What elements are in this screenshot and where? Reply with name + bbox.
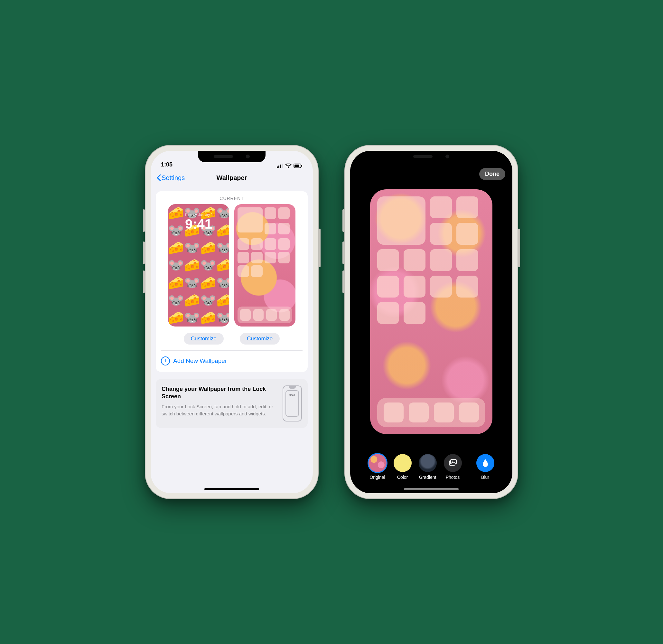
mini-home-layout: [237, 207, 292, 323]
tool-color[interactable]: Color: [394, 454, 412, 480]
hint-title: Change your Wallpaper from the Lock Scre…: [162, 385, 277, 401]
chevron-left-icon: [156, 174, 161, 181]
done-button[interactable]: Done: [479, 168, 505, 180]
nav-bar: Settings Wallpaper: [151, 169, 313, 186]
customize-row: Customize Customize: [156, 332, 308, 350]
tool-photos-label: Photos: [446, 475, 460, 480]
svg-rect-7: [301, 165, 302, 167]
svg-point-10: [452, 461, 453, 462]
svg-rect-2: [280, 164, 281, 168]
phone-customize: Done: [344, 145, 518, 499]
tool-photos[interactable]: Photos: [444, 454, 462, 480]
hint-mini-time: 9:41: [285, 390, 299, 417]
page-title: Wallpaper: [216, 174, 247, 182]
current-card: CURRENT 🧀🐭🧀🐭 🐭🧀🐭🧀 🧀🐭🧀🐭 🐭🧀🐭🧀 🧀🐭🧀🐭 🐭🧀🐭🧀: [156, 191, 308, 372]
back-label: Settings: [162, 174, 185, 182]
tool-original[interactable]: Original: [368, 454, 387, 480]
lock-overlay: Tuesday, January 9 9:41: [168, 204, 229, 327]
content-scroll[interactable]: CURRENT 🧀🐭🧀🐭 🐭🧀🐭🧀 🧀🐭🧀🐭 🐭🧀🐭🧀 🧀🐭🧀🐭 🐭🧀🐭🧀: [151, 186, 313, 428]
svg-rect-0: [277, 166, 278, 168]
lock-screen-preview[interactable]: 🧀🐭🧀🐭 🐭🧀🐭🧀 🧀🐭🧀🐭 🐭🧀🐭🧀 🧀🐭🧀🐭 🐭🧀🐭🧀 🧀🐭🧀🐭: [168, 204, 229, 327]
status-time: 1:05: [161, 161, 173, 168]
status-icons: [277, 163, 302, 168]
notch: [397, 151, 465, 162]
lock-time: 9:41: [185, 217, 212, 231]
toolbar-divider: [469, 454, 469, 472]
customize-toolbar: Original Color Gradient Photos: [350, 454, 512, 480]
home-layout: [377, 196, 485, 427]
wifi-icon: [285, 163, 292, 168]
dock: [377, 398, 485, 427]
widget-placeholder: [377, 196, 426, 245]
gradient-swatch-icon: [419, 454, 437, 472]
notch: [198, 151, 266, 162]
screen-customize: Done: [350, 151, 512, 493]
lockscreen-hint-card: Change your Wallpaper from the Lock Scre…: [156, 379, 308, 428]
battery-icon: [294, 163, 302, 168]
screen-settings: 1:05 Settings Wallpaper CURRENT: [151, 151, 313, 493]
svg-rect-1: [278, 165, 279, 168]
app-icon-placeholder: [430, 196, 452, 218]
wallpaper-previews: 🧀🐭🧀🐭 🐭🧀🐭🧀 🧀🐭🧀🐭 🐭🧀🐭🧀 🧀🐭🧀🐭 🐭🧀🐭🧀 🧀🐭🧀🐭: [156, 204, 308, 332]
current-header: CURRENT: [156, 191, 308, 204]
blur-icon: [476, 454, 494, 472]
home-indicator[interactable]: [204, 488, 259, 490]
hint-phone-icon: 9:41: [282, 385, 302, 422]
tool-blur[interactable]: Blur: [476, 454, 494, 480]
svg-point-4: [288, 166, 289, 168]
app-icon-placeholder: [430, 223, 452, 245]
dock-icon-placeholder: [409, 402, 429, 422]
plus-circle-icon: +: [161, 356, 170, 365]
tool-color-label: Color: [397, 475, 408, 480]
home-screen-preview[interactable]: [234, 204, 295, 327]
svg-rect-3: [282, 163, 282, 168]
original-swatch-icon: [368, 454, 387, 472]
add-wallpaper-button[interactable]: + Add New Wallpaper: [156, 351, 308, 372]
dock-icon-placeholder: [434, 402, 454, 422]
hint-body: From your Lock Screen, tap and hold to a…: [162, 403, 277, 417]
photos-icon: [444, 454, 462, 472]
app-icon-placeholder: [456, 196, 478, 218]
dock-icon-placeholder: [384, 402, 404, 422]
tool-gradient-label: Gradient: [419, 475, 436, 480]
tool-gradient[interactable]: Gradient: [419, 454, 437, 480]
svg-rect-6: [295, 164, 299, 167]
color-swatch-icon: [394, 454, 412, 472]
tool-blur-label: Blur: [481, 475, 489, 480]
tool-original-label: Original: [369, 475, 385, 480]
lock-date: Tuesday, January 9: [185, 213, 213, 217]
back-button[interactable]: Settings: [156, 174, 185, 182]
dock-icon-placeholder: [459, 402, 479, 422]
home-screen-preview-large[interactable]: [370, 189, 493, 434]
add-wallpaper-label: Add New Wallpaper: [173, 357, 227, 364]
customize-home-button[interactable]: Customize: [240, 333, 280, 345]
app-icon-placeholder: [456, 223, 478, 245]
cellular-icon: [277, 163, 283, 168]
phone-settings: 1:05 Settings Wallpaper CURRENT: [145, 145, 319, 499]
customize-lock-button[interactable]: Customize: [184, 333, 224, 345]
home-indicator[interactable]: [404, 488, 459, 490]
